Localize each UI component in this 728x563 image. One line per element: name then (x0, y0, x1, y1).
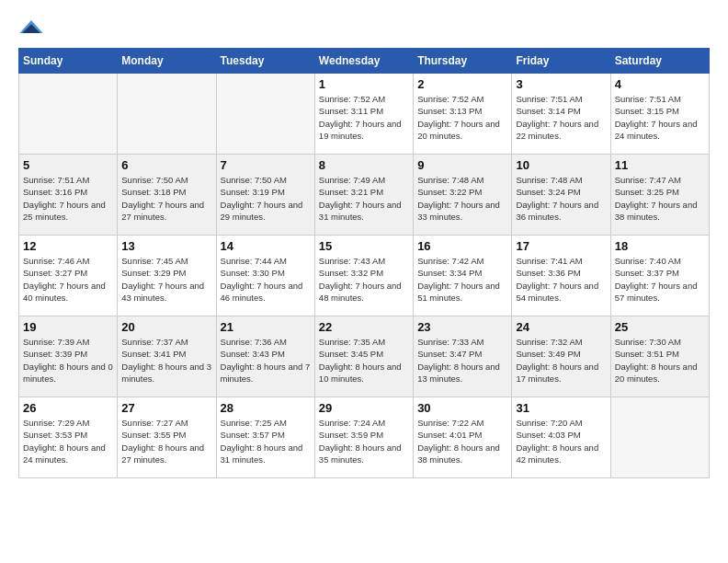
day-info: Sunrise: 7:45 AMSunset: 3:29 PMDaylight:… (121, 255, 211, 304)
calendar-day: 10Sunrise: 7:48 AMSunset: 3:24 PMDayligh… (512, 155, 610, 236)
day-number: 19 (23, 320, 113, 334)
day-number: 15 (319, 239, 409, 253)
calendar-day (118, 74, 216, 155)
day-number: 30 (417, 401, 507, 415)
day-info: Sunrise: 7:33 AMSunset: 3:47 PMDaylight:… (417, 336, 507, 385)
calendar-day: 5Sunrise: 7:51 AMSunset: 3:16 PMDaylight… (19, 155, 118, 236)
calendar-day: 14Sunrise: 7:44 AMSunset: 3:30 PMDayligh… (216, 236, 314, 316)
calendar-day: 29Sunrise: 7:24 AMSunset: 3:59 PMDayligh… (314, 397, 413, 478)
calendar-day: 20Sunrise: 7:37 AMSunset: 3:41 PMDayligh… (118, 316, 216, 397)
calendar-week-3: 12Sunrise: 7:46 AMSunset: 3:27 PMDayligh… (19, 236, 710, 316)
calendar-day: 4Sunrise: 7:51 AMSunset: 3:15 PMDaylight… (610, 74, 709, 155)
day-info: Sunrise: 7:44 AMSunset: 3:30 PMDaylight:… (221, 255, 311, 304)
day-number: 2 (417, 77, 507, 91)
day-info: Sunrise: 7:50 AMSunset: 3:19 PMDaylight:… (221, 174, 311, 223)
day-info: Sunrise: 7:40 AMSunset: 3:37 PMDaylight:… (615, 255, 705, 304)
day-info: Sunrise: 7:25 AMSunset: 3:57 PMDaylight:… (221, 417, 311, 465)
calendar-table: SundayMondayTuesdayWednesdayThursdayFrid… (18, 48, 710, 478)
day-info: Sunrise: 7:49 AMSunset: 3:21 PMDaylight:… (319, 174, 409, 223)
calendar-day (19, 74, 118, 155)
day-number: 25 (615, 320, 705, 334)
day-number: 18 (615, 239, 705, 253)
calendar-day: 8Sunrise: 7:49 AMSunset: 3:21 PMDaylight… (314, 155, 413, 236)
calendar-day: 11Sunrise: 7:47 AMSunset: 3:25 PMDayligh… (610, 155, 709, 236)
day-info: Sunrise: 7:48 AMSunset: 3:22 PMDaylight:… (417, 174, 507, 223)
calendar-day: 16Sunrise: 7:42 AMSunset: 3:34 PMDayligh… (414, 236, 512, 316)
calendar-week-1: 1Sunrise: 7:52 AMSunset: 3:11 PMDaylight… (19, 74, 710, 155)
calendar-day: 9Sunrise: 7:48 AMSunset: 3:22 PMDaylight… (414, 155, 512, 236)
day-info: Sunrise: 7:52 AMSunset: 3:13 PMDaylight:… (417, 93, 507, 142)
day-info: Sunrise: 7:47 AMSunset: 3:25 PMDaylight:… (615, 174, 705, 223)
calendar-day: 6Sunrise: 7:50 AMSunset: 3:18 PMDaylight… (118, 155, 216, 236)
calendar-header-row: SundayMondayTuesdayWednesdayThursdayFrid… (19, 49, 710, 74)
calendar-day: 21Sunrise: 7:36 AMSunset: 3:43 PMDayligh… (216, 316, 314, 397)
day-info: Sunrise: 7:36 AMSunset: 3:43 PMDaylight:… (221, 336, 311, 385)
day-number: 10 (516, 158, 606, 172)
weekday-header-wednesday: Wednesday (314, 49, 413, 74)
calendar-day: 19Sunrise: 7:39 AMSunset: 3:39 PMDayligh… (19, 316, 118, 397)
calendar-day: 23Sunrise: 7:33 AMSunset: 3:47 PMDayligh… (414, 316, 512, 397)
calendar-day: 3Sunrise: 7:51 AMSunset: 3:14 PMDaylight… (512, 74, 610, 155)
day-number: 7 (221, 158, 311, 172)
calendar-week-5: 26Sunrise: 7:29 AMSunset: 3:53 PMDayligh… (19, 397, 710, 478)
day-info: Sunrise: 7:46 AMSunset: 3:27 PMDaylight:… (23, 255, 113, 304)
day-number: 5 (23, 158, 113, 172)
calendar-day: 30Sunrise: 7:22 AMSunset: 4:01 PMDayligh… (414, 397, 512, 478)
day-info: Sunrise: 7:43 AMSunset: 3:32 PMDaylight:… (319, 255, 409, 304)
calendar-day: 22Sunrise: 7:35 AMSunset: 3:45 PMDayligh… (314, 316, 413, 397)
day-number: 16 (417, 239, 507, 253)
calendar-day: 1Sunrise: 7:52 AMSunset: 3:11 PMDaylight… (314, 74, 413, 155)
weekday-header-thursday: Thursday (414, 49, 512, 74)
calendar-day: 17Sunrise: 7:41 AMSunset: 3:36 PMDayligh… (512, 236, 610, 316)
day-number: 29 (319, 401, 409, 415)
day-info: Sunrise: 7:48 AMSunset: 3:24 PMDaylight:… (516, 174, 606, 223)
logo-icon (18, 20, 44, 33)
day-info: Sunrise: 7:52 AMSunset: 3:11 PMDaylight:… (319, 93, 409, 142)
calendar-body: 1Sunrise: 7:52 AMSunset: 3:11 PMDaylight… (19, 74, 710, 478)
day-number: 23 (417, 320, 507, 334)
day-info: Sunrise: 7:29 AMSunset: 3:53 PMDaylight:… (23, 417, 113, 465)
day-info: Sunrise: 7:22 AMSunset: 4:01 PMDaylight:… (417, 417, 507, 465)
day-number: 31 (516, 401, 606, 415)
day-info: Sunrise: 7:51 AMSunset: 3:14 PMDaylight:… (516, 93, 606, 142)
day-number: 9 (417, 158, 507, 172)
calendar-day (216, 74, 314, 155)
day-number: 26 (23, 401, 113, 415)
day-info: Sunrise: 7:50 AMSunset: 3:18 PMDaylight:… (121, 174, 211, 223)
day-info: Sunrise: 7:35 AMSunset: 3:45 PMDaylight:… (319, 336, 409, 385)
weekday-header-sunday: Sunday (19, 49, 118, 74)
calendar-day: 24Sunrise: 7:32 AMSunset: 3:49 PMDayligh… (512, 316, 610, 397)
calendar-day: 15Sunrise: 7:43 AMSunset: 3:32 PMDayligh… (314, 236, 413, 316)
weekday-header-monday: Monday (118, 49, 216, 74)
day-info: Sunrise: 7:24 AMSunset: 3:59 PMDaylight:… (319, 417, 409, 465)
calendar-week-2: 5Sunrise: 7:51 AMSunset: 3:16 PMDaylight… (19, 155, 710, 236)
day-info: Sunrise: 7:20 AMSunset: 4:03 PMDaylight:… (516, 417, 606, 465)
day-number: 17 (516, 239, 606, 253)
day-number: 27 (121, 401, 211, 415)
calendar-day: 25Sunrise: 7:30 AMSunset: 3:51 PMDayligh… (610, 316, 709, 397)
day-number: 20 (121, 320, 211, 334)
calendar-day: 31Sunrise: 7:20 AMSunset: 4:03 PMDayligh… (512, 397, 610, 478)
day-number: 28 (221, 401, 311, 415)
logo (18, 18, 48, 33)
day-info: Sunrise: 7:51 AMSunset: 3:16 PMDaylight:… (23, 174, 113, 223)
calendar-day: 13Sunrise: 7:45 AMSunset: 3:29 PMDayligh… (118, 236, 216, 316)
calendar-day: 26Sunrise: 7:29 AMSunset: 3:53 PMDayligh… (19, 397, 118, 478)
day-number: 12 (23, 239, 113, 253)
day-number: 6 (121, 158, 211, 172)
day-number: 1 (319, 77, 409, 91)
day-info: Sunrise: 7:41 AMSunset: 3:36 PMDaylight:… (516, 255, 606, 304)
page-header (18, 18, 710, 33)
day-number: 4 (615, 77, 705, 91)
weekday-header-tuesday: Tuesday (216, 49, 314, 74)
day-number: 11 (615, 158, 705, 172)
calendar-day (610, 397, 709, 478)
day-number: 13 (121, 239, 211, 253)
calendar-day: 2Sunrise: 7:52 AMSunset: 3:13 PMDaylight… (414, 74, 512, 155)
day-info: Sunrise: 7:42 AMSunset: 3:34 PMDaylight:… (417, 255, 507, 304)
day-number: 14 (221, 239, 311, 253)
day-info: Sunrise: 7:51 AMSunset: 3:15 PMDaylight:… (615, 93, 705, 142)
weekday-header-friday: Friday (512, 49, 610, 74)
day-number: 24 (516, 320, 606, 334)
calendar-day: 18Sunrise: 7:40 AMSunset: 3:37 PMDayligh… (610, 236, 709, 316)
